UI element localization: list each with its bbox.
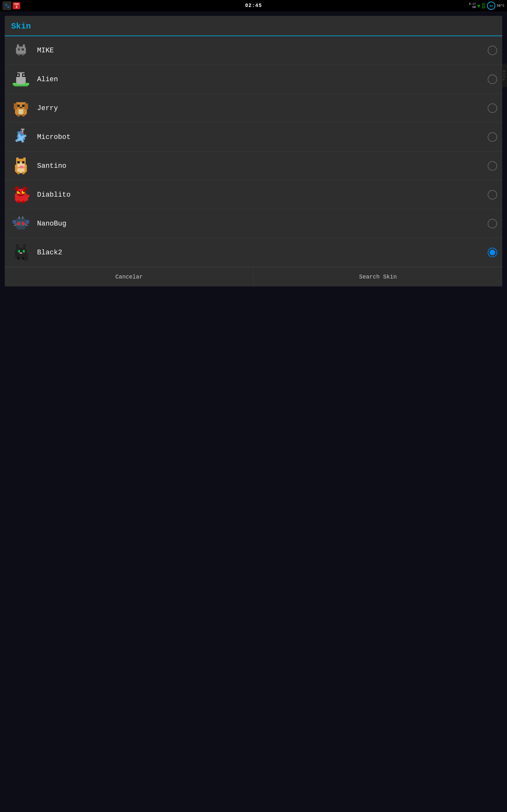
svg-rect-66 xyxy=(17,201,20,203)
black2-label: Black2 xyxy=(37,249,488,257)
svg-rect-43 xyxy=(16,158,19,161)
temp-reading: 59°C xyxy=(497,4,504,8)
skin-item-alien[interactable]: Alien xyxy=(5,65,502,94)
status-bar: 🐾 Sáb 3 02:45 8.17 GB ☢ ⣿ 82 59°C xyxy=(0,0,507,11)
jerry-radio[interactable] xyxy=(488,103,497,113)
skin-dialog: Skin xyxy=(5,16,502,287)
day-name: Sáb xyxy=(14,3,19,5)
svg-rect-58 xyxy=(24,188,27,190)
svg-rect-28 xyxy=(20,107,22,108)
jerry-sprite xyxy=(10,97,32,119)
svg-rect-39 xyxy=(21,129,24,130)
svg-rect-92 xyxy=(17,257,20,260)
svg-rect-8 xyxy=(19,47,20,51)
storage-label: GB xyxy=(469,6,476,9)
svg-rect-63 xyxy=(19,195,23,196)
cancel-button[interactable]: Cancelar xyxy=(5,267,254,287)
skin-item-santino[interactable]: Santino xyxy=(5,152,502,181)
svg-rect-6 xyxy=(18,53,20,55)
svg-rect-24 xyxy=(14,103,17,109)
mike-sprite xyxy=(10,39,32,61)
svg-rect-29 xyxy=(19,109,23,114)
svg-rect-31 xyxy=(22,114,25,117)
signal-icon: ⣿ xyxy=(482,3,486,9)
svg-rect-95 xyxy=(24,258,28,261)
svg-rect-62 xyxy=(23,191,25,193)
black2-sprite xyxy=(10,241,32,264)
skin-item-diablito[interactable]: Diablito xyxy=(5,181,502,209)
svg-rect-81 xyxy=(19,217,20,219)
santino-radio[interactable] xyxy=(488,161,497,171)
skin-item-black2[interactable]: Black2 xyxy=(5,238,502,267)
diablito-radio[interactable] xyxy=(488,190,497,200)
diablito-label: Diablito xyxy=(37,191,488,199)
mike-label: MIKE xyxy=(37,47,488,55)
alien-sprite xyxy=(10,68,32,90)
skin-item-nanobug[interactable]: NanoBug xyxy=(5,209,502,238)
microbot-radio[interactable] xyxy=(488,132,497,142)
storage-info: 8.17 GB xyxy=(469,3,476,9)
svg-rect-51 xyxy=(22,172,25,174)
svg-rect-9 xyxy=(21,47,22,51)
svg-rect-25 xyxy=(24,103,28,109)
svg-rect-57 xyxy=(15,188,17,190)
santino-sprite xyxy=(10,155,32,177)
alien-label: Alien xyxy=(37,75,488,84)
skin-item-mike[interactable]: MIKE xyxy=(5,36,502,65)
svg-rect-19 xyxy=(23,74,25,76)
microbot-label: Microbot xyxy=(37,133,488,141)
svg-rect-75 xyxy=(17,222,20,225)
skin-list[interactable]: MIKE xyxy=(5,36,502,267)
svg-rect-80 xyxy=(26,225,28,226)
skin-item-microbot[interactable]: Microbot xyxy=(5,123,502,152)
svg-rect-46 xyxy=(17,161,20,164)
svg-rect-5 xyxy=(22,49,24,50)
status-left: 🐾 Sáb 3 xyxy=(3,1,20,10)
svg-rect-67 xyxy=(22,201,25,203)
day-number: 3 xyxy=(14,5,19,9)
svg-rect-26 xyxy=(17,105,20,107)
microbot-sprite xyxy=(10,126,32,148)
mike-radio[interactable] xyxy=(488,46,497,55)
svg-rect-91 xyxy=(20,252,22,254)
svg-rect-3 xyxy=(23,44,25,47)
santino-label: Santino xyxy=(37,162,488,170)
radiation-icon: ☢ xyxy=(477,3,480,9)
svg-rect-90 xyxy=(22,250,23,253)
cpu-temp-value: 82 xyxy=(490,4,493,7)
dialog-title-bar: Skin xyxy=(5,16,502,36)
diablito-sprite xyxy=(10,184,32,206)
nanobug-radio[interactable] xyxy=(488,219,497,229)
svg-rect-36 xyxy=(20,132,21,134)
skin-item-jerry[interactable]: Jerry xyxy=(5,94,502,123)
nanobug-label: NanoBug xyxy=(37,220,488,228)
svg-rect-18 xyxy=(17,74,19,76)
svg-rect-37 xyxy=(22,132,23,134)
svg-rect-89 xyxy=(17,250,19,253)
dialog-footer: Cancelar Search Skin xyxy=(5,267,502,287)
search-skin-button[interactable]: Search Skin xyxy=(254,267,503,287)
svg-rect-48 xyxy=(20,166,23,168)
svg-rect-30 xyxy=(17,114,20,117)
svg-rect-85 xyxy=(16,244,19,249)
cpu-temp-circle: 82 xyxy=(487,2,495,10)
svg-rect-61 xyxy=(19,191,20,193)
svg-rect-7 xyxy=(22,53,24,55)
svg-rect-47 xyxy=(22,161,25,164)
status-right: 8.17 GB ☢ ⣿ 82 59°C xyxy=(469,2,504,10)
svg-rect-2 xyxy=(17,44,19,47)
app-icon: 🐾 xyxy=(3,1,11,10)
alien-radio[interactable] xyxy=(488,74,497,84)
dialog-title: Skin xyxy=(11,21,496,31)
calendar-widget: Sáb 3 xyxy=(13,2,20,9)
svg-rect-77 xyxy=(15,223,17,225)
jerry-label: Jerry xyxy=(37,104,488,112)
svg-rect-82 xyxy=(22,217,23,219)
black2-radio[interactable] xyxy=(488,248,497,257)
svg-rect-69 xyxy=(27,195,30,197)
clock: 02:45 xyxy=(245,3,262,9)
svg-rect-50 xyxy=(17,172,20,174)
nanobug-sprite xyxy=(10,212,32,235)
svg-rect-76 xyxy=(22,222,25,225)
svg-rect-78 xyxy=(24,223,27,225)
